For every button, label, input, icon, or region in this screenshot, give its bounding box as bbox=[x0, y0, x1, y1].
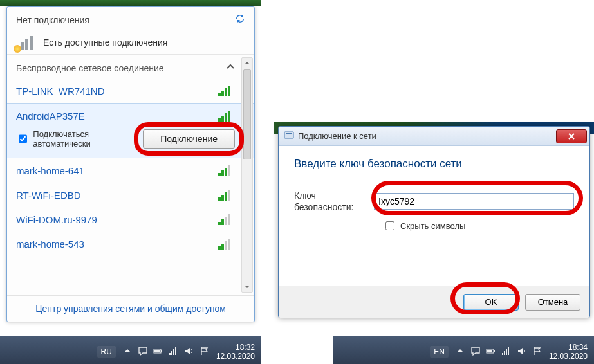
flag-icon[interactable] bbox=[532, 346, 543, 358]
security-dialog: Подключение к сети Введите ключ безопасн… bbox=[278, 126, 590, 318]
network-tray-icon[interactable] bbox=[169, 346, 179, 358]
action-center-icon[interactable] bbox=[138, 346, 148, 358]
hide-chars-input[interactable] bbox=[385, 221, 394, 230]
dialog-footer: OK Отмена bbox=[279, 286, 589, 318]
hide-chars-label: Скрыть символы bbox=[400, 221, 465, 231]
dialog-body: Введите ключ безопасности сети Ключ безо… bbox=[279, 146, 589, 286]
svg-rect-3 bbox=[161, 350, 162, 352]
signal-icon bbox=[218, 238, 235, 250]
svg-rect-10 bbox=[494, 350, 495, 352]
network-center-link[interactable]: Центр управления сетями и общим доступом bbox=[35, 304, 226, 314]
refresh-icon[interactable] bbox=[235, 14, 245, 26]
network-ssid: RT-WiFi-EDBD bbox=[16, 190, 81, 201]
cancel-button[interactable]: Отмена bbox=[525, 294, 580, 311]
system-tray[interactable] bbox=[122, 346, 210, 358]
dialog-heading: Введите ключ безопасности сети bbox=[294, 158, 574, 170]
network-flyout: Нет подключения Есть доступные подключен… bbox=[6, 6, 255, 322]
svg-rect-0 bbox=[284, 132, 293, 138]
tray-up-icon[interactable] bbox=[455, 346, 465, 358]
desktop-background bbox=[0, 0, 261, 6]
ok-button[interactable]: OK bbox=[463, 294, 519, 311]
clock-time: 18:32 bbox=[236, 343, 255, 352]
svg-rect-13 bbox=[504, 351, 505, 355]
dialog-icon bbox=[284, 130, 294, 142]
clock-date: 12.03.2020 bbox=[549, 352, 588, 361]
signal-icon bbox=[218, 189, 235, 201]
dialog-titlebar[interactable]: Подключение к сети bbox=[279, 127, 589, 146]
scrollbar[interactable] bbox=[241, 57, 253, 293]
network-item[interactable]: mark-home-543 bbox=[7, 232, 254, 256]
chevron-up-icon bbox=[226, 62, 235, 73]
network-item[interactable]: TP-LINK_WR741ND bbox=[7, 78, 254, 103]
clock[interactable]: 18:34 12.03.2020 bbox=[549, 343, 588, 361]
signal-status-icon bbox=[16, 35, 37, 50]
wireless-section-title[interactable]: Беспроводное сетевое соединение bbox=[7, 59, 254, 78]
close-button[interactable] bbox=[556, 129, 587, 143]
scroll-down-button[interactable] bbox=[242, 282, 252, 292]
dialog-title-text: Подключение к сети bbox=[298, 131, 376, 141]
network-item-selected[interactable]: AndroidAP357E Подключаться автоматически… bbox=[7, 103, 254, 158]
volume-icon[interactable] bbox=[184, 346, 194, 358]
action-center-icon[interactable] bbox=[470, 346, 481, 358]
scroll-thumb[interactable] bbox=[243, 69, 251, 159]
network-ssid: mark-home-641 bbox=[16, 165, 84, 176]
system-tray[interactable] bbox=[455, 346, 543, 358]
svg-rect-14 bbox=[506, 349, 507, 355]
signal-icon bbox=[218, 214, 235, 225]
network-ssid: AndroidAP357E bbox=[16, 111, 85, 122]
signal-icon bbox=[218, 165, 235, 176]
flyout-footer: Центр управления сетями и общим доступом bbox=[7, 295, 254, 322]
connect-button[interactable]: Подключение bbox=[143, 129, 235, 149]
volume-icon[interactable] bbox=[517, 346, 527, 358]
svg-rect-4 bbox=[154, 350, 160, 352]
network-ssid: mark-home-543 bbox=[16, 239, 84, 250]
svg-rect-8 bbox=[175, 347, 176, 355]
network-ssid: TP-LINK_WR741ND bbox=[16, 86, 105, 96]
svg-rect-11 bbox=[487, 350, 492, 352]
network-item[interactable]: mark-home-641 bbox=[7, 158, 254, 183]
auto-connect-input[interactable] bbox=[19, 134, 27, 143]
hide-chars-checkbox[interactable]: Скрыть символы bbox=[383, 219, 574, 232]
scroll-up-button[interactable] bbox=[242, 58, 252, 68]
clock-date: 12.03.2020 bbox=[216, 352, 255, 361]
auto-connect-checkbox[interactable]: Подключаться автоматически bbox=[16, 129, 143, 149]
no-connection-label: Нет подключения bbox=[16, 15, 89, 25]
svg-rect-12 bbox=[502, 353, 503, 355]
signal-icon bbox=[218, 85, 235, 96]
available-connections-label: Есть доступные подключения bbox=[43, 37, 167, 48]
svg-rect-1 bbox=[286, 133, 292, 134]
battery-icon[interactable] bbox=[153, 346, 163, 358]
svg-rect-5 bbox=[169, 353, 171, 355]
language-indicator[interactable]: EN bbox=[430, 346, 449, 358]
flyout-header: Нет подключения Есть доступные подключен… bbox=[7, 7, 254, 55]
network-ssid: WiFi-DOM.ru-9979 bbox=[16, 214, 97, 225]
svg-rect-15 bbox=[508, 347, 509, 355]
taskbar-left[interactable]: RU 18:32 12.03.2020 bbox=[0, 336, 261, 364]
network-item[interactable]: WiFi-DOM.ru-9979 bbox=[7, 207, 254, 232]
auto-connect-label: Подключаться автоматически bbox=[33, 129, 143, 149]
svg-rect-6 bbox=[171, 351, 172, 355]
battery-icon[interactable] bbox=[486, 346, 496, 358]
clock-time: 18:34 bbox=[568, 343, 588, 352]
security-key-label: Ключ безопасности: bbox=[294, 190, 365, 213]
flag-icon[interactable] bbox=[200, 346, 210, 358]
network-tray-icon[interactable] bbox=[501, 346, 512, 358]
clock[interactable]: 18:32 12.03.2020 bbox=[216, 343, 255, 361]
svg-rect-7 bbox=[173, 349, 174, 355]
tray-up-icon[interactable] bbox=[122, 346, 133, 358]
network-item[interactable]: RT-WiFi-EDBD bbox=[7, 183, 254, 207]
language-indicator[interactable]: RU bbox=[97, 346, 116, 358]
security-key-input[interactable] bbox=[374, 193, 574, 210]
dialog-region: Подключение к сети Введите ключ безопасн… bbox=[274, 122, 594, 322]
flyout-body: Беспроводное сетевое соединение TP-LINK_… bbox=[7, 55, 254, 295]
taskbar-right[interactable]: EN 18:34 12.03.2020 bbox=[333, 336, 594, 364]
signal-icon bbox=[218, 110, 235, 122]
